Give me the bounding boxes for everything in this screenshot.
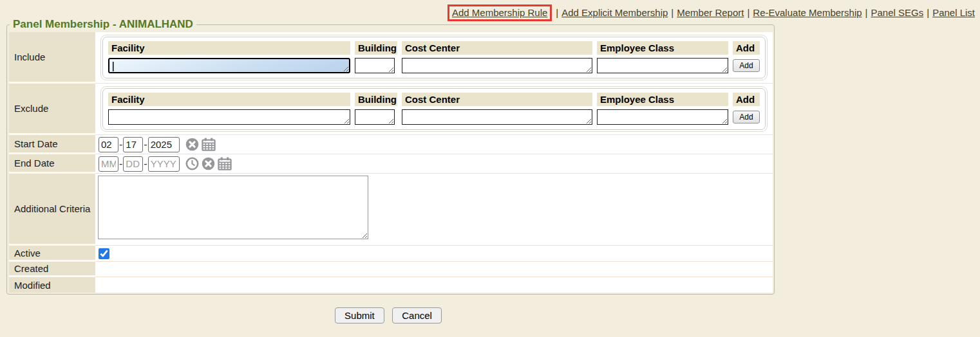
nav-link-re-evaluate-membership[interactable]: Re-Evaluate Membership [753,7,862,18]
modified-value [95,277,773,293]
submit-button[interactable]: Submit [335,307,384,323]
exclude-header-building: Building [355,93,397,106]
highlight-box: Add Membership Rule [448,5,552,21]
nav-separator: | [747,7,749,18]
include-header-employee-class: Employee Class [597,41,728,55]
date-separator: - [119,139,122,150]
include-header-facility: Facility [108,41,350,55]
nav-link-add-explicit-membership[interactable]: Add Explicit Membership [561,7,668,18]
exclude-add-button[interactable]: Add [733,111,760,123]
page-title: Panel Membership - ANIMALHAND [10,18,196,31]
end-date-year-input[interactable] [148,156,180,172]
end-date-label: End Date [9,154,95,174]
include-label: Include [9,32,95,84]
end-date-month-input[interactable] [99,156,118,172]
exclude-header-cost-center: Cost Center [402,93,592,106]
exclude-content: Facility Building Cost Center Employee C… [95,84,773,135]
start-date-content: - - [95,135,773,154]
include-employee-class-input[interactable] [597,58,728,73]
panel-membership-form: Include Facility Building Cost Center Em… [9,32,773,293]
active-checkbox[interactable] [99,248,109,259]
end-date-content: - - [95,154,773,174]
panel-membership-fieldset: Panel Membership - ANIMALHAND Include Fa… [6,18,775,295]
additional-criteria-content [95,174,773,246]
start-date-label: Start Date [9,135,95,154]
date-separator: - [144,139,147,150]
created-label: Created [9,262,95,277]
exclude-label: Exclude [9,84,95,135]
additional-criteria-label: Additional Criteria [9,174,95,246]
calendar-icon[interactable] [202,138,216,151]
start-date-year-input[interactable] [148,137,180,152]
nav-link-add-membership-rule[interactable]: Add Membership Rule [452,7,547,18]
additional-criteria-input[interactable] [98,176,368,239]
nav-separator: | [556,7,558,18]
active-label: Active [9,246,95,262]
include-header-building: Building [355,41,397,55]
nav-link-panel-segs[interactable]: Panel SEGs [871,7,924,18]
exclude-employee-class-input[interactable] [597,109,728,125]
exclude-header-employee-class: Employee Class [597,93,728,106]
clear-icon[interactable] [185,138,199,151]
modified-label: Modified [9,277,95,293]
exclude-building-input[interactable] [355,109,395,125]
cancel-button[interactable]: Cancel [392,307,442,323]
include-building-input[interactable] [355,58,395,73]
include-rule-box: Facility Building Cost Center Employee C… [100,35,768,80]
start-date-month-input[interactable] [99,137,118,152]
clock-icon[interactable] [185,157,199,170]
exclude-header-facility: Facility [108,93,350,106]
include-header-add: Add [733,41,760,55]
active-content [95,246,773,262]
nav-link-member-report[interactable]: Member Report [677,7,744,18]
nav-link-panel-list[interactable]: Panel List [932,7,975,18]
nav-separator: | [671,7,674,18]
created-value [95,262,773,277]
include-facility-input[interactable] [108,58,350,73]
date-separator: - [144,158,147,170]
include-cost-center-input[interactable] [402,58,592,73]
exclude-cost-center-input[interactable] [402,109,592,125]
calendar-icon[interactable] [218,157,232,170]
nav-separator: | [865,7,868,18]
include-add-button[interactable]: Add [733,59,760,72]
start-date-day-input[interactable] [123,137,143,152]
date-separator: - [119,158,122,170]
form-actions: Submit Cancel [6,307,770,323]
exclude-rule-box: Facility Building Cost Center Employee C… [100,86,768,132]
include-header-cost-center: Cost Center [402,41,592,55]
top-nav: Add Membership Rule|Add Explicit Members… [448,5,975,21]
exclude-facility-input[interactable] [108,109,350,125]
end-date-day-input[interactable] [123,156,143,172]
exclude-header-add: Add [733,93,760,106]
nav-separator: | [927,7,929,18]
clear-icon[interactable] [202,157,215,170]
include-content: Facility Building Cost Center Employee C… [95,32,773,84]
